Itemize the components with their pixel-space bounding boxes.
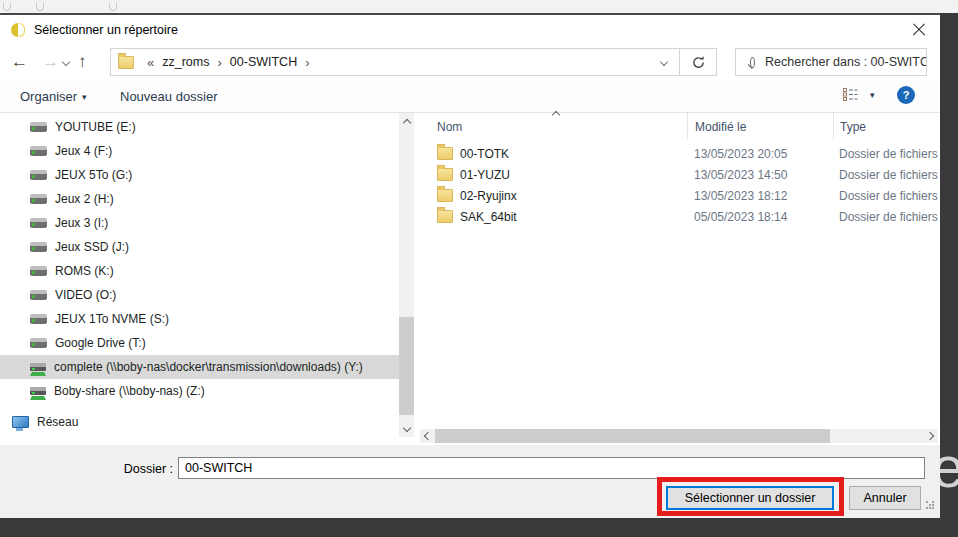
folder-icon	[437, 189, 453, 202]
select-folder-button[interactable]: Sélectionner un dossier	[666, 486, 834, 510]
network-drive-icon	[30, 387, 46, 395]
file-row-02-ryujinx[interactable]: 02-Ryujinx 13/05/2023 18:12 Dossier de f…	[420, 185, 938, 206]
navigation-bar: ← → ↑ « zz_roms › 00-SWITCH ›	[0, 45, 940, 82]
sidebar-item-drive-s[interactable]: JEUX 1To NVME (S:)	[0, 307, 399, 331]
file-row-01-yuzu[interactable]: 01-YUZU 13/05/2023 14:50 Dossier de fich…	[420, 164, 938, 185]
address-bar[interactable]: « zz_roms › 00-SWITCH ›	[110, 48, 680, 76]
chevron-right-icon	[926, 432, 934, 440]
file-row-00-totk[interactable]: 00-TOTK 13/05/2023 20:05 Dossier de fich…	[420, 143, 938, 164]
forward-button: →	[42, 50, 59, 74]
back-button[interactable]: ←	[11, 50, 28, 74]
sidebar-item-drive-j[interactable]: Jeux SSD (J:)	[0, 235, 399, 259]
drive-icon	[30, 218, 47, 228]
chevron-right-icon[interactable]: ›	[305, 55, 309, 70]
search-input[interactable]	[765, 55, 926, 69]
scroll-up-button[interactable]	[399, 115, 414, 130]
column-header-name[interactable]: Nom	[420, 120, 687, 134]
chevron-left-icon	[424, 432, 432, 440]
sidebar-scrollbar[interactable]	[399, 113, 414, 437]
up-button[interactable]: ↑	[78, 50, 87, 74]
new-folder-button[interactable]: Nouveau dossier	[120, 89, 218, 104]
drive-icon	[30, 122, 47, 132]
background-artifact	[3, 3, 11, 11]
drive-icon	[30, 266, 47, 276]
refresh-button[interactable]	[679, 48, 717, 76]
folder-name-label: Dossier :	[100, 462, 173, 476]
folder-icon	[118, 56, 134, 69]
file-row-sak-64bit[interactable]: SAK_64bit 05/05/2023 18:14 Dossier de fi…	[420, 206, 938, 227]
history-dropdown-icon[interactable]	[62, 58, 70, 66]
background-artifact	[109, 3, 117, 11]
sidebar-item-drive-t[interactable]: Google Drive (T:)	[0, 331, 399, 355]
folder-icon	[437, 210, 453, 223]
folder-icon	[437, 168, 453, 181]
drive-icon	[30, 194, 47, 204]
filelist-horizontal-scrollbar[interactable]	[420, 429, 938, 443]
folder-icon	[437, 147, 453, 160]
sidebar-item-drive-g[interactable]: JEUX 5To (G:)	[0, 163, 399, 187]
folder-name-input[interactable]	[178, 457, 925, 479]
resize-grip[interactable]	[926, 501, 928, 503]
cancel-button[interactable]: Annuler	[849, 486, 921, 510]
list-header: Nom Modifié le Type	[420, 113, 938, 140]
background-artifact	[36, 3, 44, 11]
refresh-icon	[691, 55, 706, 70]
network-drive-icon	[30, 363, 46, 371]
screen: e Sélectionner un répertoire ← → ↑ « zz_…	[0, 0, 958, 537]
search-icon	[750, 57, 755, 68]
sidebar-item-drive-h[interactable]: Jeux 2 (H:)	[0, 187, 399, 211]
breadcrumb-item-zz-roms[interactable]: zz_roms	[162, 55, 209, 69]
help-icon: ?	[903, 89, 910, 101]
organize-menu[interactable]: Organiser▾	[20, 89, 87, 104]
drive-icon	[30, 170, 47, 180]
file-rows: 00-TOTK 13/05/2023 20:05 Dossier de fich…	[420, 143, 938, 227]
content-area: YOUTUBE (E:) Jeux 4 (F:) JEUX 5To (G:) J…	[0, 113, 940, 445]
file-list: Nom Modifié le Type 00-TOTK 13/05/2023 2…	[420, 113, 938, 140]
drive-icon	[30, 290, 47, 300]
sidebar-item-drive-o[interactable]: VIDEO (O:)	[0, 283, 399, 307]
sidebar-item-drive-f[interactable]: Jeux 4 (F:)	[0, 139, 399, 163]
command-bar: Organiser▾ Nouveau dossier ▾ ?	[0, 82, 940, 113]
help-button[interactable]: ?	[897, 86, 915, 104]
scrollbar-thumb[interactable]	[399, 317, 414, 415]
select-directory-dialog: Sélectionner un répertoire ← → ↑ « zz_ro…	[0, 13, 940, 518]
column-header-modified[interactable]: Modifié le	[687, 113, 833, 140]
title-bar[interactable]: Sélectionner un répertoire	[0, 15, 940, 45]
sidebar-item-drive-i[interactable]: Jeux 3 (I:)	[0, 211, 399, 235]
address-dropdown-icon[interactable]	[660, 58, 668, 66]
chevron-down-icon: ▾	[870, 90, 875, 100]
sort-ascending-icon	[552, 111, 560, 119]
sidebar-item-network[interactable]: Réseau	[0, 410, 399, 434]
scroll-down-button[interactable]	[399, 420, 414, 435]
dialog-footer: Dossier : Sélectionner un dossier Annule…	[0, 445, 940, 518]
network-icon	[12, 416, 29, 428]
sidebar-item-drive-y[interactable]: complete (\\boby-nas\docker\transmission…	[0, 355, 399, 379]
column-header-type[interactable]: Type	[833, 113, 938, 140]
sidebar-item-drive-z[interactable]: Boby-share (\\boby-nas) (Z:)	[0, 379, 399, 403]
navigation-pane: YOUTUBE (E:) Jeux 4 (F:) JEUX 5To (G:) J…	[0, 115, 399, 434]
background-window-edge	[0, 0, 958, 13]
chevron-right-icon[interactable]: ›	[217, 55, 221, 70]
sidebar-item-drive-k[interactable]: ROMS (K:)	[0, 259, 399, 283]
breadcrumb-item-00-switch[interactable]: 00-SWITCH	[230, 55, 297, 69]
chevron-down-icon: ▾	[82, 92, 87, 102]
chevron-up-icon	[402, 118, 410, 126]
close-button[interactable]	[902, 17, 936, 43]
scrollbar-thumb[interactable]	[435, 429, 830, 443]
sidebar-item-drive-e[interactable]: YOUTUBE (E:)	[0, 115, 399, 139]
drive-icon	[30, 242, 47, 252]
scroll-left-button[interactable]	[421, 429, 435, 443]
scroll-right-button[interactable]	[923, 429, 937, 443]
dialog-title: Sélectionner un répertoire	[34, 23, 178, 37]
search-box[interactable]	[735, 48, 927, 76]
breadcrumb-overflow[interactable]: «	[147, 55, 154, 70]
drive-icon	[30, 314, 47, 324]
view-mode-button[interactable]: ▾	[843, 88, 875, 101]
chevron-down-icon	[402, 423, 410, 431]
close-icon	[912, 23, 926, 37]
details-view-icon	[843, 88, 858, 101]
drive-icon	[30, 146, 47, 156]
app-logo-icon	[10, 22, 26, 38]
drive-icon	[30, 338, 47, 348]
